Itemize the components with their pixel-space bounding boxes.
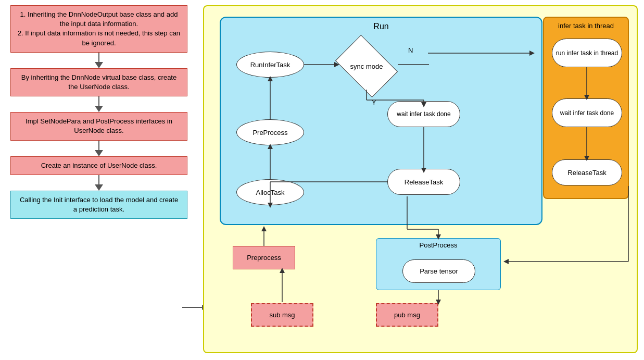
arrow2 (95, 96, 103, 112)
step1-box: 1. Inheriting the DnnNodeOutput base cla… (10, 5, 187, 53)
postprocess-area: PostProcess Parse tensor (376, 238, 501, 290)
parse-tensor-oval: Parse tensor (402, 259, 475, 283)
preprocess-oval: PreProcess (236, 119, 304, 145)
sub-msg-box: sub msg (251, 303, 313, 327)
arrow3 (95, 141, 103, 156)
infer-area: infer task in thread run infer task in t… (543, 17, 629, 199)
left-column: 1. Inheriting the DnnNodeOutput base cla… (5, 5, 193, 219)
svg-marker-26 (503, 259, 509, 264)
wait-infer-done-oval: wait infer task done (552, 98, 622, 127)
diagram-container: 1. Inheriting the DnnNodeOutput base cla… (0, 0, 644, 360)
run-infer-oval: run infer task in thread (552, 39, 622, 67)
run-label: Run (373, 22, 388, 31)
y-label: Y (372, 98, 376, 106)
step3-box: Impl SetNodePara and PostProcess interfa… (10, 112, 187, 140)
wait-infer-oval: wait infer task done (387, 101, 460, 127)
svg-marker-32 (261, 226, 267, 231)
preprocess-bottom-box: Preprocess (233, 246, 295, 269)
arrow1 (95, 53, 103, 68)
n-label: N (408, 46, 413, 54)
run-infer-task-oval: RunInferTask (236, 52, 304, 78)
step4-box: Create an instance of UserNode class. (10, 156, 187, 175)
infer-label: infer task in thread (558, 22, 614, 30)
arrow4 (95, 175, 103, 191)
step2-box: By inheriting the DnnNode virtual base c… (10, 68, 187, 96)
postprocess-label: PostProcess (420, 241, 458, 249)
sync-mode-diamond-container: sync mode (335, 43, 398, 90)
infer-release-oval: ReleaseTask (552, 159, 622, 185)
sync-mode-label: sync mode (350, 63, 383, 70)
pub-msg-box: pub msg (376, 303, 438, 327)
alloc-task-oval: AllocTask (236, 179, 304, 205)
step5-box: Calling the Init interface to load the m… (10, 191, 187, 219)
main-area: Run RunInferTask sync mode N Y PreProces… (203, 5, 638, 353)
release-task-oval: ReleaseTask (387, 169, 460, 195)
run-area: Run RunInferTask sync mode N Y PreProces… (220, 17, 542, 225)
